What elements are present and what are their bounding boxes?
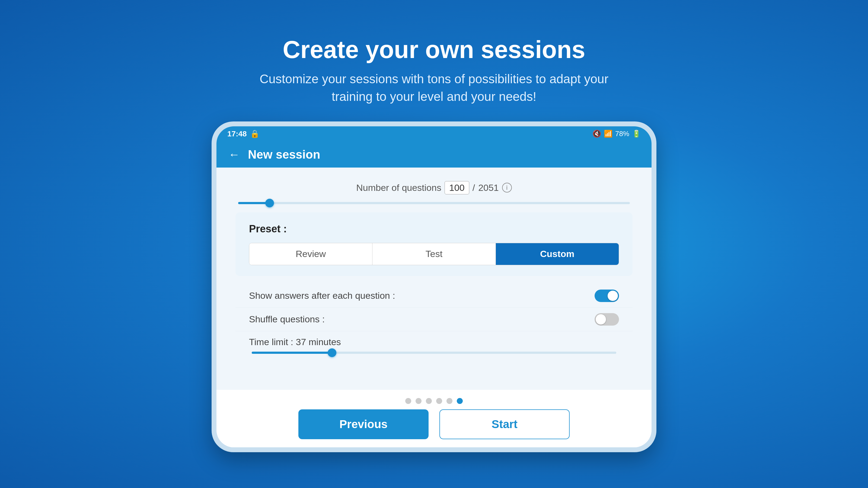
time-slider-track[interactable] — [252, 352, 616, 354]
preset-tab-test[interactable]: Test — [372, 243, 495, 265]
dot-4 — [436, 398, 442, 404]
time-limit-label: Time limit : 37 minutes — [249, 337, 619, 347]
questions-slider-track[interactable] — [238, 202, 630, 204]
shuffle-questions-label: Shuffle questions : — [249, 314, 325, 325]
show-answers-label: Show answers after each question : — [249, 290, 395, 301]
status-icons: 🔇 📶 78% 🔋 — [592, 130, 641, 138]
time-limit-row: Time limit : 37 minutes — [236, 331, 632, 357]
page-title: Create your own sessions — [244, 36, 624, 64]
dot-2 — [415, 398, 422, 404]
questions-slider-thumb[interactable] — [265, 199, 274, 207]
mute-icon: 🔇 — [592, 130, 601, 138]
bottom-buttons: Previous Start — [233, 410, 635, 439]
start-button[interactable]: Start — [439, 410, 569, 439]
device-frame: 17:48 🔒 🔇 📶 78% 🔋 ← New session Number o… — [212, 122, 656, 452]
dot-1 — [405, 398, 411, 404]
page-header: Create your own sessions Customize your … — [244, 36, 624, 105]
dot-3 — [426, 398, 432, 404]
dot-6 — [457, 398, 463, 404]
lock-icon: 🔒 — [250, 129, 259, 138]
questions-current-value: 100 — [444, 181, 469, 194]
page-subtitle: Customize your sessions with tons of pos… — [244, 70, 624, 105]
preset-tab-custom[interactable]: Custom — [496, 243, 619, 265]
questions-count-row: Number of questions 100 / 2051 i — [236, 181, 632, 194]
battery-display: 78% — [615, 130, 629, 138]
previous-button[interactable]: Previous — [299, 410, 429, 439]
show-answers-knob — [608, 291, 618, 301]
shuffle-questions-toggle[interactable] — [595, 313, 619, 326]
content-area: Number of questions 100 / 2051 i Preset … — [216, 167, 652, 390]
wifi-icon: 📶 — [604, 130, 613, 138]
back-button[interactable]: ← — [228, 149, 240, 160]
device-screen: 17:48 🔒 🔇 📶 78% 🔋 ← New session Number o… — [216, 126, 652, 447]
shuffle-questions-row: Shuffle questions : — [236, 308, 632, 331]
show-answers-row: Show answers after each question : — [236, 284, 632, 308]
preset-tab-review[interactable]: Review — [249, 243, 372, 265]
status-bar: 17:48 🔒 🔇 📶 78% 🔋 — [216, 126, 652, 141]
questions-slider-fill — [238, 202, 270, 204]
status-time: 17:48 🔒 — [227, 129, 259, 138]
app-bar: ← New session — [216, 141, 652, 167]
time-display: 17:48 — [227, 130, 247, 138]
questions-total-value: 2051 — [478, 183, 499, 193]
time-slider-fill — [252, 352, 332, 354]
pagination-dots — [405, 398, 463, 404]
preset-label: Preset : — [249, 223, 619, 235]
info-icon[interactable]: i — [502, 183, 512, 193]
preset-tabs: Review Test Custom — [249, 243, 619, 265]
dot-5 — [446, 398, 453, 404]
bottom-area: Previous Start — [216, 390, 652, 447]
time-slider-thumb[interactable] — [328, 348, 336, 357]
show-answers-toggle[interactable] — [595, 290, 619, 302]
app-bar-title: New session — [248, 148, 320, 161]
time-slider-container — [249, 352, 619, 354]
questions-slider-container — [236, 202, 632, 204]
questions-total: / — [472, 183, 475, 193]
preset-section: Preset : Review Test Custom — [236, 212, 632, 276]
shuffle-questions-knob — [596, 314, 606, 325]
battery-icon: 🔋 — [632, 130, 641, 138]
questions-label: Number of questions — [356, 183, 441, 193]
